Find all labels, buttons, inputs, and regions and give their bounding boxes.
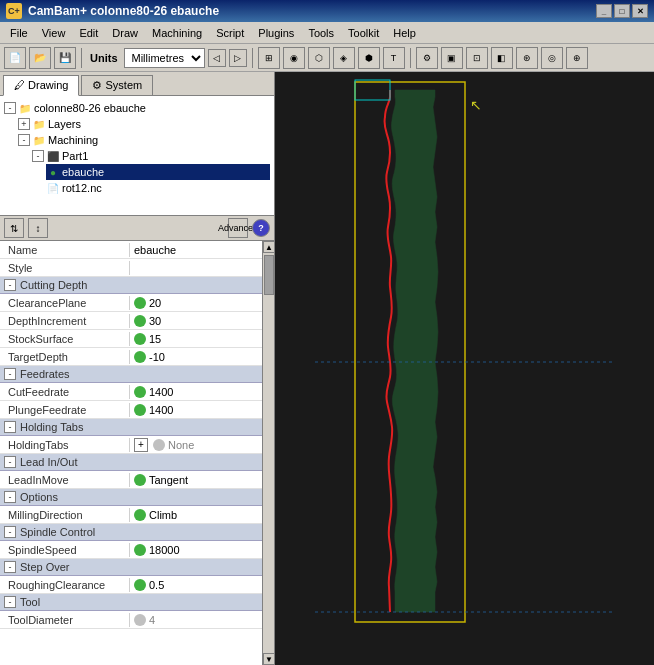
section-feedrates[interactable]: - Feedrates [0, 366, 262, 383]
menu-machining[interactable]: Machining [146, 25, 208, 41]
props-scrollbar[interactable]: ▲ ▼ [262, 241, 274, 665]
tool-button-6[interactable]: ◎ [541, 47, 563, 69]
machining-folder-icon: 📁 [32, 133, 46, 147]
tool-diameter-val: 4 [149, 614, 155, 626]
canvas-area[interactable]: ↖ [275, 72, 654, 665]
holding-tabs-collapse[interactable]: - [4, 421, 16, 433]
root-folder-icon: 📁 [18, 101, 32, 115]
tree-root-toggle[interactable]: - [4, 102, 16, 114]
tool-button-3[interactable]: ⊡ [466, 47, 488, 69]
menu-file[interactable]: File [4, 25, 34, 41]
prop-target-depth-value[interactable]: -10 [130, 350, 262, 364]
new-button[interactable]: 📄 [4, 47, 26, 69]
menu-help[interactable]: Help [387, 25, 422, 41]
menu-draw[interactable]: Draw [106, 25, 144, 41]
prop-milling-direction-value[interactable]: Climb [130, 508, 262, 522]
prop-roughing-clearance-value[interactable]: 0.5 [130, 578, 262, 592]
prop-holding-tabs-value[interactable]: + None [130, 437, 262, 453]
view-button-2[interactable]: ⬡ [308, 47, 330, 69]
tool-button-7[interactable]: ⊕ [566, 47, 588, 69]
section-cutting-depth[interactable]: - Cutting Depth [0, 277, 262, 294]
feedrates-collapse[interactable]: - [4, 368, 16, 380]
prop-plunge-feedrate-value[interactable]: 1400 [130, 403, 262, 417]
spindle-speed-indicator [134, 544, 146, 556]
prop-tool-diameter-value[interactable]: 4 [130, 613, 262, 627]
tree-part1[interactable]: - ⬛ Part1 [32, 148, 270, 164]
app-icon: C+ [6, 3, 22, 19]
prop-name-value[interactable]: ebauche [130, 243, 262, 257]
close-button[interactable]: ✕ [632, 4, 648, 18]
az-sort-button[interactable]: ↕ [28, 218, 48, 238]
section-holding-tabs[interactable]: - Holding Tabs [0, 419, 262, 436]
grid-button[interactable]: ⊞ [258, 47, 280, 69]
minimize-button[interactable]: _ [596, 4, 612, 18]
menu-toolkit[interactable]: Toolkit [342, 25, 385, 41]
tool-collapse[interactable]: - [4, 596, 16, 608]
prop-clearance-value[interactable]: 20 [130, 296, 262, 310]
menu-plugins[interactable]: Plugins [252, 25, 300, 41]
scroll-down-button[interactable]: ▼ [263, 653, 274, 665]
plunge-feedrate-indicator [134, 404, 146, 416]
step-over-collapse[interactable]: - [4, 561, 16, 573]
tool-label: Tool [20, 596, 40, 608]
help-button[interactable]: ? [252, 219, 270, 237]
prop-stock-surface-value[interactable]: 15 [130, 332, 262, 346]
tool-button-1[interactable]: ⚙ [416, 47, 438, 69]
options-collapse[interactable]: - [4, 491, 16, 503]
section-spindle[interactable]: - Spindle Control [0, 524, 262, 541]
tab-system[interactable]: ⚙ System [81, 75, 153, 95]
units-select[interactable]: Millimetres [124, 48, 205, 68]
prop-style-value[interactable] [130, 267, 262, 269]
tree-part1-toggle[interactable]: - [32, 150, 44, 162]
prop-cut-feedrate-row: CutFeedrate 1400 [0, 383, 262, 401]
spindle-label: Spindle Control [20, 526, 95, 538]
prop-depth-increment-value[interactable]: 30 [130, 314, 262, 328]
section-step-over[interactable]: - Step Over [0, 559, 262, 576]
prop-plunge-feedrate-label: PlungeFeedrate [0, 403, 130, 417]
view-button-3[interactable]: ◈ [333, 47, 355, 69]
section-lead-in-out[interactable]: - Lead In/Out [0, 454, 262, 471]
tree-layers-toggle[interactable]: + [18, 118, 30, 130]
tree-machining-toggle[interactable]: - [18, 134, 30, 146]
text-button[interactable]: T [383, 47, 405, 69]
prop-cut-feedrate-value[interactable]: 1400 [130, 385, 262, 399]
undo-button[interactable]: ◁ [208, 49, 226, 67]
prop-target-depth-label: TargetDepth [0, 350, 130, 364]
advanced-button[interactable]: Advanced [228, 218, 248, 238]
prop-lead-in-move-value[interactable]: Tangent [130, 473, 262, 487]
view-button-1[interactable]: ◉ [283, 47, 305, 69]
tree-layers[interactable]: + 📁 Layers [18, 116, 270, 132]
sort-button[interactable]: ⇅ [4, 218, 24, 238]
tree-ebauche[interactable]: ● ebauche [46, 164, 270, 180]
tree-ebauche-label: ebauche [62, 166, 104, 178]
tool-button-4[interactable]: ◧ [491, 47, 513, 69]
lead-in-out-collapse[interactable]: - [4, 456, 16, 468]
tab-drawing[interactable]: 🖊 Drawing [3, 75, 79, 96]
tree-nc-file[interactable]: 📄 rot12.nc [46, 180, 270, 196]
menu-edit[interactable]: Edit [73, 25, 104, 41]
view-button-4[interactable]: ⬢ [358, 47, 380, 69]
maximize-button[interactable]: □ [614, 4, 630, 18]
system-tab-icon: ⚙ [92, 79, 105, 91]
section-options[interactable]: - Options [0, 489, 262, 506]
tool-button-2[interactable]: ▣ [441, 47, 463, 69]
cutting-depth-collapse[interactable]: - [4, 279, 16, 291]
menu-script[interactable]: Script [210, 25, 250, 41]
holding-tabs-plus[interactable]: + [134, 438, 148, 452]
prop-spindle-speed-value[interactable]: 18000 [130, 543, 262, 557]
open-button[interactable]: 📂 [29, 47, 51, 69]
depth-increment-indicator [134, 315, 146, 327]
scroll-up-button[interactable]: ▲ [263, 241, 274, 253]
section-tool[interactable]: - Tool [0, 594, 262, 611]
tree-machining[interactable]: - 📁 Machining [18, 132, 270, 148]
menu-tools[interactable]: Tools [302, 25, 340, 41]
tree-root[interactable]: - 📁 colonne80-26 ebauche [4, 100, 270, 116]
spindle-collapse[interactable]: - [4, 526, 16, 538]
scroll-track [263, 253, 274, 653]
save-button[interactable]: 💾 [54, 47, 76, 69]
menu-view[interactable]: View [36, 25, 72, 41]
scroll-thumb[interactable] [264, 255, 274, 295]
redo-button[interactable]: ▷ [229, 49, 247, 67]
tool-button-5[interactable]: ⊛ [516, 47, 538, 69]
svg-text:↖: ↖ [470, 97, 482, 113]
